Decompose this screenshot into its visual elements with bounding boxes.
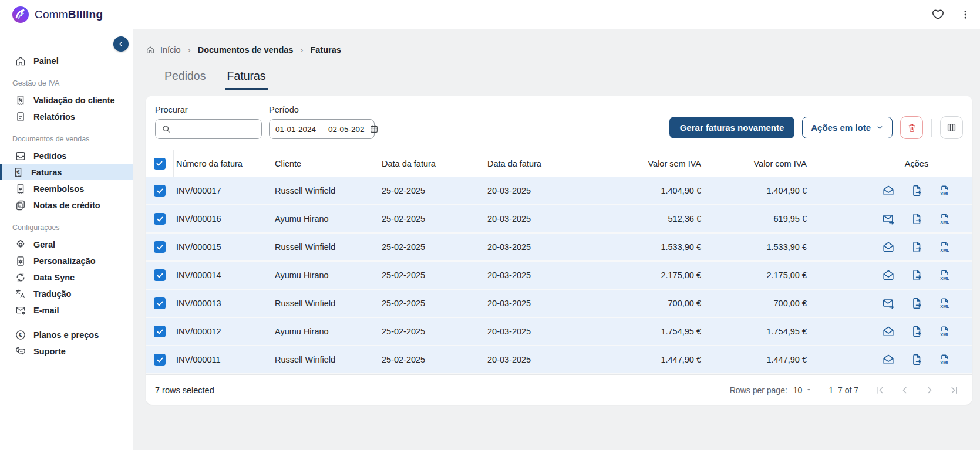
search-input[interactable] (176, 124, 258, 134)
favorites-button[interactable] (931, 8, 945, 21)
send-email-button[interactable] (882, 325, 895, 338)
rows-selected-label: 7 rows selected (155, 385, 214, 395)
export-document-button[interactable] (910, 269, 923, 282)
sidebar-collapse-button[interactable] (113, 36, 129, 52)
send-email-button[interactable] (882, 212, 895, 225)
sidebar-item-painel[interactable]: Painel (0, 53, 133, 69)
export-document-button[interactable] (910, 184, 923, 197)
regenerate-invoices-button[interactable]: Gerar faturas novamente (669, 117, 795, 138)
table-row[interactable]: INV/000015 Russell Winfield 25-02-2025 2… (146, 234, 972, 262)
col-header-client[interactable]: Cliente (272, 159, 379, 168)
sidebar-item-data-sync[interactable]: Data Sync (0, 269, 133, 285)
cell-invoice-date: 25-02-2025 (379, 214, 485, 224)
download-xml-button[interactable]: XML (938, 241, 951, 253)
table-footer: 7 rows selected Rows per page: 10 1–7 of… (146, 374, 972, 405)
table-row[interactable]: INV/000011 Russell Winfield 25-02-2025 2… (146, 346, 972, 374)
sidebar-item-label: Reembolsos (33, 184, 84, 194)
select-all-checkbox[interactable] (154, 158, 166, 170)
table-row[interactable]: INV/000016 Ayumu Hirano 25-02-2025 20-03… (146, 205, 972, 234)
cell-due-date: 20-03-2025 (485, 214, 591, 224)
cell-invoice-date: 25-02-2025 (379, 186, 485, 195)
col-header-invoice-date[interactable]: Data da fatura (379, 159, 485, 168)
col-header-net[interactable]: Valor sem IVA (591, 159, 702, 168)
period-value: 01-01-2024 — 02-05-202 (275, 125, 365, 134)
export-document-button[interactable] (910, 353, 923, 366)
pagination-range: 1–7 of 7 (829, 385, 858, 395)
euro-circle-icon: € (15, 329, 26, 341)
col-header-gross[interactable]: Valor com IVA (702, 159, 808, 168)
sidebar-item-planos-precos[interactable]: € Planos e preços (0, 327, 133, 343)
breadcrumb-inicio[interactable]: Início (160, 45, 181, 55)
period-input[interactable]: 01-01-2024 — 02-05-202 (269, 119, 375, 139)
row-checkbox[interactable] (154, 185, 166, 197)
row-checkbox[interactable] (154, 269, 166, 281)
xml-file-icon: XML (938, 241, 951, 253)
breadcrumb-faturas: Faturas (310, 45, 341, 55)
send-email-button[interactable] (882, 297, 895, 310)
column-settings-button[interactable] (940, 116, 963, 139)
check-icon (156, 187, 164, 195)
rows-per-page-select[interactable]: 10 (793, 385, 813, 395)
table-row[interactable]: INV/000017 Russell Winfield 25-02-2025 2… (146, 177, 972, 205)
send-email-button[interactable] (882, 184, 895, 197)
sidebar-item-faturas[interactable]: € Faturas (0, 164, 133, 180)
sidebar-item-reembolsos[interactable]: Reembolsos (0, 181, 133, 197)
download-xml-button[interactable]: XML (938, 184, 951, 197)
sidebar-item-geral[interactable]: Geral (0, 236, 133, 252)
next-page-button[interactable] (924, 385, 935, 395)
export-document-button[interactable] (910, 241, 923, 253)
cell-due-date: 20-03-2025 (485, 186, 591, 195)
sidebar-item-validacao-cliente[interactable]: Validação do cliente (0, 92, 133, 108)
sidebar-section-documentos-vendas: Documentos de vendas (0, 135, 133, 143)
row-checkbox[interactable] (154, 241, 166, 253)
table-row[interactable]: INV/000012 Ayumu Hirano 25-02-2025 20-03… (146, 318, 972, 346)
last-page-button[interactable] (949, 385, 959, 395)
breadcrumb-home-icon[interactable] (146, 45, 155, 55)
row-checkbox[interactable] (154, 326, 166, 337)
sidebar-item-traducao[interactable]: Tradução (0, 286, 133, 302)
batch-actions-button[interactable]: Ações em lote (802, 117, 893, 138)
export-document-button[interactable] (910, 297, 923, 310)
row-checkbox[interactable] (154, 297, 166, 309)
download-xml-button[interactable]: XML (938, 325, 951, 338)
sidebar-item-suporte[interactable]: Suporte (0, 343, 133, 359)
download-xml-button[interactable]: XML (938, 269, 951, 282)
send-email-button[interactable] (882, 269, 895, 282)
cell-invoice-number: INV/000015 (174, 242, 272, 252)
send-email-button[interactable] (882, 353, 895, 366)
download-xml-button[interactable]: XML (938, 353, 951, 366)
first-page-button[interactable] (875, 385, 885, 395)
col-header-due-date[interactable]: Data da fatura (485, 159, 591, 168)
row-checkbox[interactable] (154, 354, 166, 366)
sidebar-item-relatorios[interactable]: Relatórios (0, 109, 133, 124)
breadcrumb-documentos-vendas[interactable]: Documentos de vendas (198, 45, 294, 55)
download-xml-button[interactable]: XML (938, 212, 951, 225)
overflow-menu-button[interactable] (960, 9, 971, 21)
download-xml-button[interactable]: XML (938, 297, 951, 310)
document-export-icon (910, 241, 923, 253)
table-row[interactable]: INV/000014 Ayumu Hirano 25-02-2025 20-03… (146, 262, 972, 290)
xml-file-icon: XML (938, 325, 951, 338)
tab-faturas[interactable]: Faturas (225, 69, 267, 90)
sidebar-item-label: Personalização (33, 256, 96, 266)
cell-invoice-date: 25-02-2025 (379, 242, 485, 252)
cell-due-date: 20-03-2025 (485, 327, 591, 336)
col-header-number[interactable]: Número da fatura (174, 159, 272, 168)
topbar: CommBilling (0, 0, 980, 29)
send-email-button[interactable] (882, 241, 895, 253)
export-document-button[interactable] (910, 325, 923, 338)
sidebar-item-pedidos[interactable]: Pedidos (0, 148, 133, 164)
sidebar-item-email[interactable]: E-mail (0, 302, 133, 318)
sidebar-section-gestao-iva: Gestão de IVA (0, 79, 133, 87)
previous-page-button[interactable] (900, 385, 910, 395)
delete-button[interactable] (900, 116, 923, 139)
sidebar-item-personalizacao[interactable]: Personalização (0, 253, 133, 269)
period-field: Período 01-01-2024 — 02-05-202 (269, 105, 375, 139)
row-checkbox[interactable] (154, 213, 166, 225)
tab-pedidos[interactable]: Pedidos (163, 69, 207, 90)
export-document-button[interactable] (910, 212, 923, 225)
sidebar-item-notas-credito[interactable]: Notas de crédito (0, 197, 133, 213)
breadcrumb-separator: › (298, 45, 305, 55)
breadcrumb: Início › Documentos de vendas › Faturas (133, 29, 980, 55)
table-row[interactable]: INV/000013 Russell Winfield 25-02-2025 2… (146, 290, 972, 318)
